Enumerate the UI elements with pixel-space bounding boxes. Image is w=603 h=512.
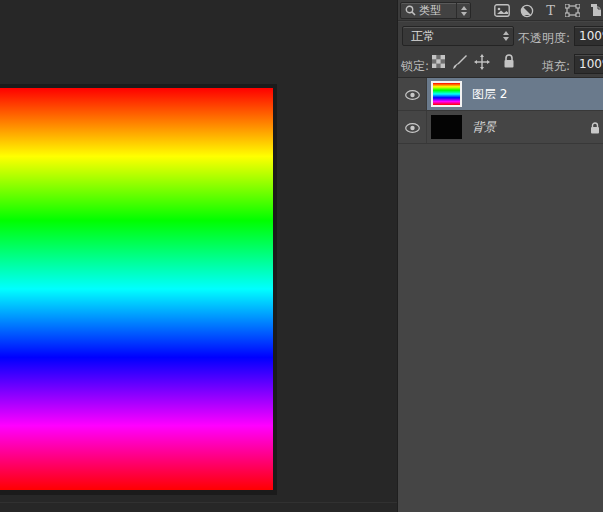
layer-list: 图层 2 背景 bbox=[398, 78, 603, 144]
eye-icon[interactable] bbox=[405, 118, 420, 137]
eye-icon[interactable] bbox=[405, 85, 420, 104]
chevron-updown-icon bbox=[456, 3, 470, 18]
opacity-field[interactable]: 100% bbox=[574, 26, 603, 46]
adjustment-layer-filter-icon[interactable] bbox=[519, 3, 535, 18]
svg-text:T: T bbox=[546, 4, 555, 17]
canvas-image[interactable] bbox=[0, 88, 273, 490]
layer-thumbnail[interactable] bbox=[431, 81, 462, 107]
layer-row-background[interactable]: 背景 bbox=[398, 111, 603, 144]
layer-row-content: 背景 bbox=[427, 111, 603, 143]
workspace-divider-line bbox=[0, 502, 397, 503]
layer-locked-icon bbox=[590, 120, 600, 139]
layer-row-content: 图层 2 bbox=[427, 78, 603, 110]
layer-row-layer2[interactable]: 图层 2 bbox=[398, 78, 603, 111]
photoshop-window: 类型 T 正常 不透明度: bbox=[0, 0, 603, 512]
workspace bbox=[0, 0, 397, 512]
fill-label: 填充: bbox=[538, 58, 570, 75]
lock-image-pixels-icon[interactable] bbox=[452, 54, 468, 70]
layer-name[interactable]: 图层 2 bbox=[472, 86, 507, 103]
layer-name[interactable]: 背景 bbox=[472, 119, 496, 136]
lock-label: 锁定: bbox=[401, 58, 429, 75]
lock-transparent-pixels-icon[interactable] bbox=[432, 55, 445, 68]
fill-field[interactable]: 100% bbox=[574, 54, 603, 74]
layer-filter-bar: 类型 T bbox=[398, 0, 603, 21]
filter-type-combo[interactable]: 类型 bbox=[400, 2, 471, 19]
lock-all-icon[interactable] bbox=[503, 54, 515, 69]
blend-mode-combo[interactable]: 正常 bbox=[402, 26, 514, 46]
lock-position-icon[interactable] bbox=[474, 54, 490, 70]
shape-layer-filter-icon[interactable] bbox=[564, 3, 580, 18]
smart-object-filter-icon[interactable] bbox=[588, 3, 603, 18]
type-layer-filter-icon[interactable]: T bbox=[542, 3, 558, 18]
visibility-cell bbox=[398, 111, 427, 143]
search-icon bbox=[405, 5, 416, 16]
chevron-updown-icon bbox=[499, 27, 513, 45]
layer-thumbnail[interactable] bbox=[431, 115, 462, 139]
layers-panel: 类型 T 正常 不透明度: bbox=[397, 0, 603, 512]
layer-properties: 正常 不透明度: 100% 锁定: 填充: 100% bbox=[398, 22, 603, 78]
blend-mode-value: 正常 bbox=[411, 28, 499, 45]
visibility-cell bbox=[398, 78, 427, 110]
opacity-label: 不透明度: bbox=[516, 30, 570, 47]
document-shadow bbox=[0, 84, 277, 495]
filter-type-label: 类型 bbox=[419, 3, 456, 18]
pixel-layer-filter-icon[interactable] bbox=[494, 3, 510, 18]
